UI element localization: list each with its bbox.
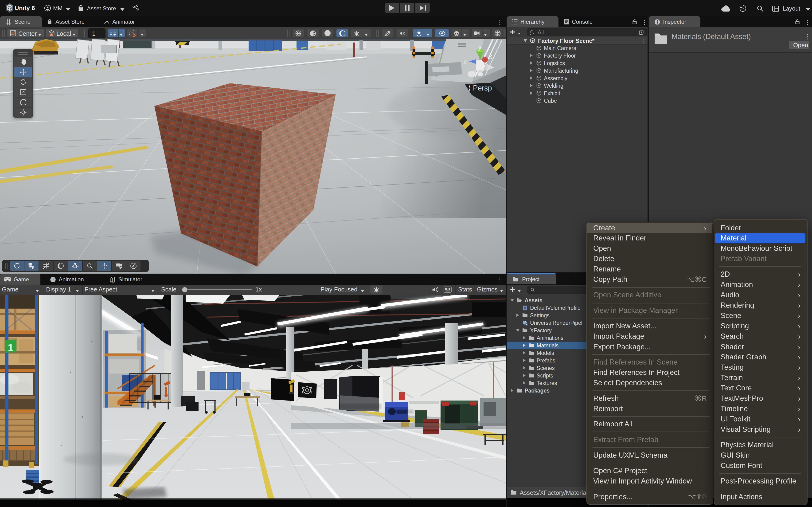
- svg-text:x: x: [489, 52, 492, 60]
- svg-text:⟨ Persp: ⟨ Persp: [468, 84, 492, 92]
- svg-text:y: y: [478, 43, 482, 51]
- svg-text:z: z: [463, 57, 467, 65]
- svg-text:Y: Y: [113, 34, 115, 37]
- svg-text:1: 1: [8, 342, 13, 353]
